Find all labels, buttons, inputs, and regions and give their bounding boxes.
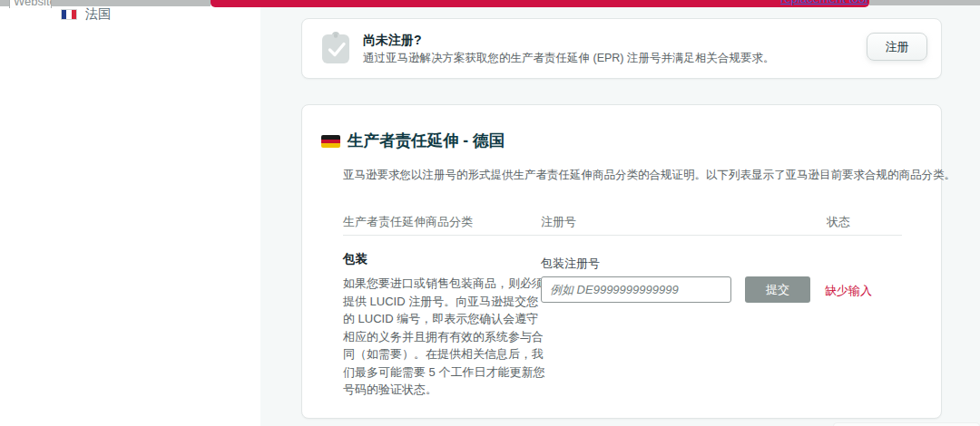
table-header-category: 生产者责任延伸商品分类 bbox=[343, 214, 473, 230]
epr-card-title: 生产者责任延伸 - 德国 bbox=[348, 130, 505, 151]
register-button[interactable]: 注册 bbox=[867, 33, 927, 61]
register-card-description: 通过亚马逊解决方案获取您的生产者责任延伸 (EPR) 注册号并满足相关合规要求。 bbox=[363, 51, 774, 66]
notification-banner: replacement tool bbox=[211, 0, 869, 7]
banner-link[interactable]: replacement tool bbox=[780, 0, 867, 5]
submit-button[interactable]: 提交 bbox=[745, 276, 810, 303]
status-text: 缺少输入 bbox=[825, 283, 872, 299]
germany-flag-icon bbox=[321, 135, 340, 148]
website-tab[interactable]: Website bbox=[9, 0, 52, 8]
register-card-title: 尚未注册? bbox=[363, 33, 422, 49]
table-header-status: 状态 bbox=[827, 214, 850, 230]
page: Website 法国 replacement tool •• ••••• •••… bbox=[0, 0, 980, 426]
epr-card-description: 亚马逊要求您以注册号的形式提供生产者责任延伸商品分类的合规证明。以下列表显示了亚… bbox=[343, 168, 956, 183]
cutoff-text-fragment: •• ••••• ••• •••• ••• bbox=[882, 0, 978, 5]
epr-germany-card: 生产者责任延伸 - 德国 亚马逊要求您以注册号的形式提供生产者责任延伸商品分类的… bbox=[301, 104, 942, 419]
country-menu-item-france[interactable]: 法国 bbox=[61, 6, 111, 23]
table-header-registration-number: 注册号 bbox=[541, 214, 576, 230]
country-label: 法国 bbox=[85, 6, 111, 23]
registration-number-input[interactable] bbox=[541, 276, 731, 303]
category-name: 包装 bbox=[343, 251, 368, 267]
website-tab-label: Website bbox=[14, 0, 52, 7]
register-card: 尚未注册? 通过亚马逊解决方案获取您的生产者责任延伸 (EPR) 注册号并满足相… bbox=[301, 18, 942, 79]
top-gray-bar-right: •• ••••• ••• •••• ••• bbox=[869, 0, 980, 5]
registration-number-label: 包装注册号 bbox=[541, 256, 600, 272]
france-flag-icon bbox=[61, 9, 77, 20]
next-card-edge bbox=[833, 422, 980, 426]
table-header-divider bbox=[343, 235, 902, 236]
category-description: 如果您要进口或销售包装商品，则必须提供 LUCID 注册号。向亚马逊提交您的 L… bbox=[343, 275, 550, 399]
clipboard-check-icon bbox=[320, 31, 351, 65]
